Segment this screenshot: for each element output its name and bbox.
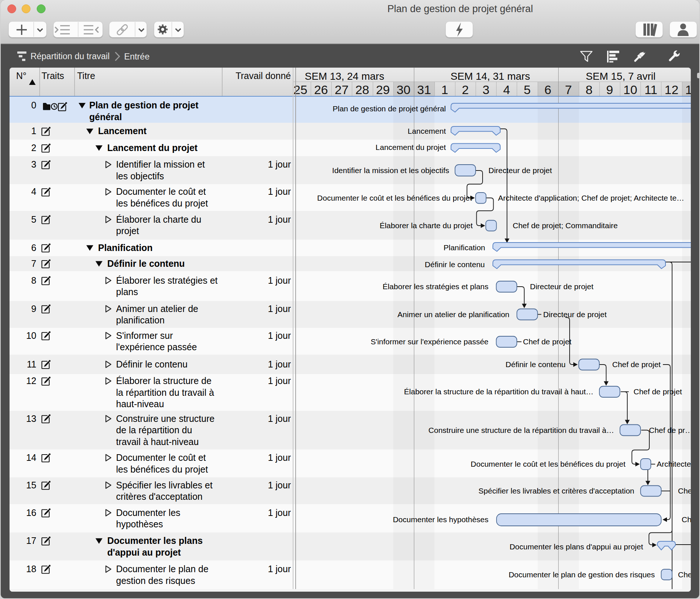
svg-text:Répartition du travail: Répartition du travail xyxy=(30,51,110,61)
svg-text:Entrée: Entrée xyxy=(124,52,149,61)
